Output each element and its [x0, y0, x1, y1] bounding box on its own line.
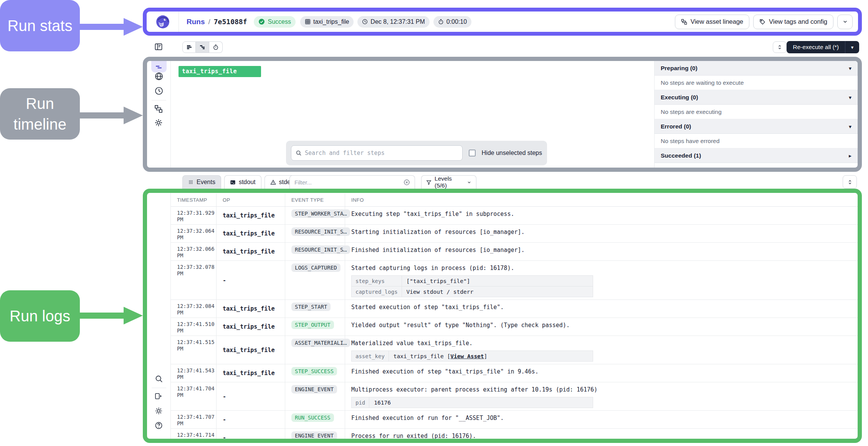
log-filter-input[interactable]: [294, 179, 400, 186]
view-tags-config-button[interactable]: View tags and config: [753, 15, 833, 29]
reexecute-all-button[interactable]: Re-execute all (*): [787, 41, 845, 53]
lineage-tab[interactable]: [154, 105, 163, 113]
log-info-text: Started capturing logs in process (pid: …: [351, 265, 853, 272]
search-logs-button[interactable]: [155, 375, 163, 383]
status-section-executing[interactable]: Executing (0)▾: [655, 90, 858, 105]
dagster-logo[interactable]: [147, 12, 179, 32]
status-empty-text: No steps are executing: [655, 105, 858, 119]
caret-icon: ▾: [849, 123, 851, 130]
log-event-cell: RESOURCE_INIT_S…: [285, 243, 345, 260]
clock-icon: [362, 19, 368, 25]
metadata-key: pid: [352, 397, 369, 408]
run-header-bar: Runs / 7e51088f Success taxi_trips_file …: [143, 8, 862, 36]
status-section-succeeded[interactable]: Succeeded (1)▸: [655, 148, 858, 163]
log-row[interactable]: 12:37:41.515PMtaxi_trips_fileASSET_MATER…: [171, 336, 858, 364]
terminal-icon: [230, 179, 236, 185]
log-timestamp: 12:37:32.084PM: [171, 300, 216, 318]
annotation-run-timeline: Run timeline: [0, 88, 80, 140]
log-event-cell: ENGINE_EVENT: [285, 382, 345, 410]
col-info: INFO: [345, 194, 858, 206]
check-circle-icon: [258, 18, 265, 25]
step-search-input[interactable]: [305, 150, 458, 156]
log-info-cell: Finished execution of run for "__ASSET_J…: [345, 411, 858, 428]
metadata-value: 16176: [369, 397, 593, 408]
log-info-text: Finished initialization of resources [io…: [351, 247, 853, 254]
gantt-sidebar: [147, 61, 171, 168]
log-info-text: Multiprocess executor: parent process ex…: [351, 386, 853, 393]
log-op: -: [216, 411, 285, 428]
header-more-button[interactable]: [837, 15, 853, 29]
gantt-flat-icon: [186, 44, 192, 50]
tab-events[interactable]: Events: [182, 175, 221, 189]
open-panel-button[interactable]: [155, 392, 162, 400]
status-section-errored[interactable]: Errored (0)▾: [655, 119, 858, 134]
logs-sidebar: [147, 193, 171, 439]
annotation-run-stats: Run stats: [0, 0, 80, 51]
metadata-key: asset_key: [352, 351, 389, 362]
event-type-badge: RESOURCE_INIT_S…: [291, 227, 350, 236]
log-row[interactable]: 12:37:32.064PMtaxi_trips_fileRESOURCE_IN…: [171, 225, 858, 243]
log-row[interactable]: 12:37:32.066PMtaxi_trips_fileRESOURCE_IN…: [171, 243, 858, 261]
settings-button[interactable]: [155, 407, 163, 415]
view-asset-lineage-button[interactable]: View asset lineage: [675, 15, 749, 29]
log-event-cell: ENGINE_EVENT: [285, 429, 345, 439]
up-down-chevrons-icon: [847, 179, 853, 185]
settings-tab[interactable]: [154, 118, 163, 127]
log-info-cell: Starting initialization of resources [io…: [345, 225, 858, 242]
warning-triangle-icon: [270, 179, 276, 185]
gantt-search-overlay: Hide unselected steps: [286, 141, 547, 165]
view-asset-link[interactable]: View Asset: [450, 353, 484, 359]
chevron-down-icon: [467, 180, 471, 185]
log-row[interactable]: 12:37:41.510PMtaxi_trips_fileSTEP_OUTPUT…: [171, 318, 858, 336]
breadcrumb-runs-link[interactable]: Runs: [187, 18, 205, 26]
expand-collapse-button[interactable]: [773, 41, 787, 53]
log-row[interactable]: 12:37:41.704PM-ENGINE_EVENTMultiprocess …: [171, 382, 858, 411]
log-event-cell: ASSET_MATERIALI…: [285, 336, 345, 364]
log-table: TIMESTAMP OP EVENT TYPE INFO 12:37:31.92…: [171, 193, 858, 439]
asset-group-tab[interactable]: [154, 72, 164, 81]
event-type-badge: STEP_OUTPUT: [291, 321, 334, 329]
log-timestamp: 12:37:41.510PM: [171, 318, 216, 336]
log-row[interactable]: 12:37:41.543PMtaxi_trips_fileSTEP_SUCCES…: [171, 364, 858, 382]
log-row[interactable]: 12:37:41.714PM-ENGINE_EVENTProcess for r…: [171, 429, 858, 439]
log-op: taxi_trips_file: [216, 207, 285, 224]
log-timestamp: 12:37:41.515PM: [171, 336, 216, 364]
log-row[interactable]: 12:37:32.078PM-LOGS_CAPTUREDStarted capt…: [171, 261, 858, 300]
status-section-preparing[interactable]: Preparing (0)▾: [655, 61, 858, 76]
log-timestamp: 12:37:31.929PM: [171, 207, 216, 224]
caret-icon: ▾: [849, 65, 851, 71]
status-badge: Success: [254, 16, 295, 28]
hide-unselected-checkbox[interactable]: [469, 150, 476, 156]
breadcrumb-separator: /: [208, 18, 210, 26]
gantt-flat-view-button[interactable]: [182, 41, 196, 53]
asset-tag-chip[interactable]: taxi_trips_file: [300, 16, 354, 28]
toggle-panel-button[interactable]: [154, 43, 163, 51]
log-info-cell: Executing step "taxi_trips_file" in subp…: [345, 207, 858, 224]
levels-dropdown[interactable]: Levels (5/6): [421, 175, 476, 189]
runs-tab[interactable]: [154, 86, 164, 95]
timing-view-button[interactable]: [209, 41, 223, 53]
asset-group-icon: [154, 72, 164, 81]
help-button[interactable]: [155, 421, 163, 430]
log-row[interactable]: 12:37:32.084PMtaxi_trips_fileSTEP_STARTS…: [171, 300, 858, 318]
gantt-tab-selected[interactable]: [151, 57, 167, 72]
col-timestamp: TIMESTAMP: [171, 194, 216, 206]
run-id: 7e51088f: [214, 18, 247, 26]
metadata-value: ["taxi_trips_file"]: [402, 276, 593, 286]
log-row[interactable]: 12:37:31.929PMtaxi_trips_fileSTEP_WORKER…: [171, 207, 858, 225]
step-search-box: [291, 145, 463, 161]
gear-icon: [155, 407, 163, 415]
log-filter-box: [289, 175, 415, 189]
log-row[interactable]: 12:37:41.707PM-RUN_SUCCESSFinished execu…: [171, 411, 858, 429]
annotation-arrow-logs: [80, 307, 143, 324]
clear-filter-icon[interactable]: [403, 179, 410, 186]
expand-logs-button[interactable]: [843, 175, 857, 189]
tab-stdout[interactable]: stdout: [224, 175, 261, 189]
gantt-waterfall-view-button[interactable]: [196, 41, 209, 53]
gantt-step-bar[interactable]: taxi_trips_file: [179, 66, 261, 77]
lineage-icon: [154, 105, 163, 113]
log-info-cell: Process for run exited (pid: 16176).: [345, 429, 858, 439]
reexecute-dropdown-button[interactable]: ▾: [845, 41, 859, 53]
grid-dots-icon: [188, 179, 193, 185]
panel-expand-icon: [155, 392, 162, 400]
